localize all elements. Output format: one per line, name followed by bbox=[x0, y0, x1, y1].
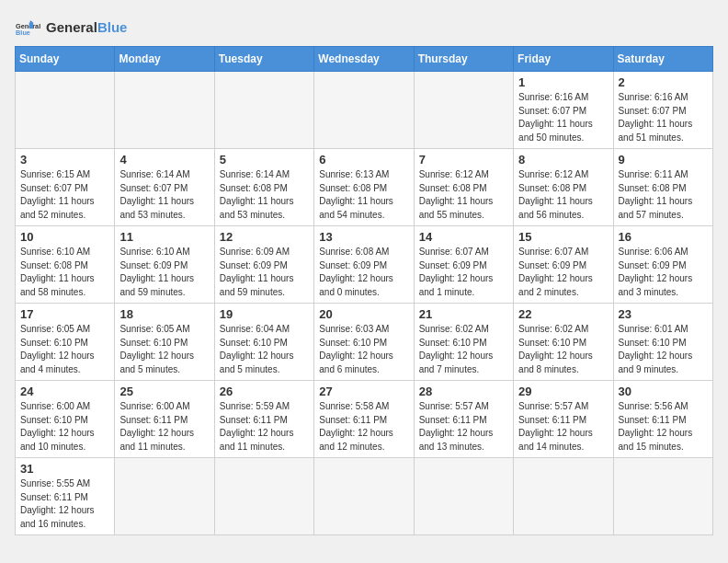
day-info: Sunrise: 6:00 AM Sunset: 6:11 PM Dayligh… bbox=[119, 400, 209, 454]
day-cell bbox=[115, 72, 214, 149]
day-number: 31 bbox=[20, 462, 109, 476]
day-cell bbox=[16, 72, 115, 149]
day-cell: 11Sunrise: 6:10 AM Sunset: 6:09 PM Dayli… bbox=[115, 226, 214, 304]
day-number: 28 bbox=[419, 385, 508, 398]
week-row-4: 24Sunrise: 6:00 AM Sunset: 6:10 PM Dayli… bbox=[16, 381, 713, 458]
header-cell-thursday: Thursday bbox=[414, 47, 513, 72]
day-cell bbox=[314, 72, 414, 149]
logo-text: GeneralBlue bbox=[46, 19, 127, 36]
day-number: 29 bbox=[518, 385, 608, 398]
day-info: Sunrise: 6:04 AM Sunset: 6:10 PM Dayligh… bbox=[220, 323, 309, 376]
week-row-0: 1Sunrise: 6:16 AM Sunset: 6:07 PM Daylig… bbox=[16, 72, 713, 149]
day-info: Sunrise: 6:08 AM Sunset: 6:09 PM Dayligh… bbox=[319, 246, 408, 299]
day-cell: 13Sunrise: 6:08 AM Sunset: 6:09 PM Dayli… bbox=[314, 226, 414, 304]
day-number: 11 bbox=[119, 230, 209, 244]
day-cell bbox=[214, 72, 313, 149]
day-cell: 31Sunrise: 5:55 AM Sunset: 6:11 PM Dayli… bbox=[16, 458, 115, 535]
day-cell: 3Sunrise: 6:15 AM Sunset: 6:07 PM Daylig… bbox=[16, 149, 115, 226]
day-cell: 9Sunrise: 6:11 AM Sunset: 6:08 PM Daylig… bbox=[613, 149, 712, 226]
day-info: Sunrise: 6:01 AM Sunset: 6:10 PM Dayligh… bbox=[619, 323, 708, 376]
day-number: 6 bbox=[319, 153, 408, 167]
day-cell: 27Sunrise: 5:58 AM Sunset: 6:11 PM Dayli… bbox=[314, 381, 414, 458]
calendar-header: SundayMondayTuesdayWednesdayThursdayFrid… bbox=[16, 47, 713, 72]
week-row-1: 3Sunrise: 6:15 AM Sunset: 6:07 PM Daylig… bbox=[16, 149, 713, 226]
day-info: Sunrise: 6:02 AM Sunset: 6:10 PM Dayligh… bbox=[518, 323, 608, 376]
day-number: 23 bbox=[619, 307, 708, 321]
day-number: 18 bbox=[119, 307, 209, 321]
day-cell bbox=[115, 458, 214, 535]
day-cell: 5Sunrise: 6:14 AM Sunset: 6:08 PM Daylig… bbox=[214, 149, 313, 226]
day-number: 16 bbox=[619, 230, 708, 244]
day-info: Sunrise: 6:09 AM Sunset: 6:09 PM Dayligh… bbox=[220, 246, 309, 299]
day-cell: 22Sunrise: 6:02 AM Sunset: 6:10 PM Dayli… bbox=[514, 304, 613, 381]
day-number: 20 bbox=[319, 307, 408, 321]
day-info: Sunrise: 6:03 AM Sunset: 6:10 PM Dayligh… bbox=[319, 323, 408, 376]
day-number: 3 bbox=[20, 153, 109, 167]
day-cell: 14Sunrise: 6:07 AM Sunset: 6:09 PM Dayli… bbox=[414, 226, 513, 304]
day-cell bbox=[314, 458, 414, 535]
day-number: 12 bbox=[220, 230, 309, 244]
day-cell bbox=[214, 458, 313, 535]
day-info: Sunrise: 6:13 AM Sunset: 6:08 PM Dayligh… bbox=[319, 168, 408, 222]
day-info: Sunrise: 6:16 AM Sunset: 6:07 PM Dayligh… bbox=[619, 91, 708, 144]
day-cell: 28Sunrise: 5:57 AM Sunset: 6:11 PM Dayli… bbox=[414, 381, 513, 458]
day-cell: 12Sunrise: 6:09 AM Sunset: 6:09 PM Dayli… bbox=[214, 226, 313, 304]
day-number: 26 bbox=[220, 385, 309, 398]
day-info: Sunrise: 6:16 AM Sunset: 6:07 PM Dayligh… bbox=[518, 91, 608, 144]
day-cell: 29Sunrise: 5:57 AM Sunset: 6:11 PM Dayli… bbox=[514, 381, 613, 458]
day-number: 8 bbox=[518, 153, 608, 167]
day-info: Sunrise: 5:55 AM Sunset: 6:11 PM Dayligh… bbox=[20, 477, 109, 531]
day-cell bbox=[613, 458, 712, 535]
day-info: Sunrise: 6:07 AM Sunset: 6:09 PM Dayligh… bbox=[518, 246, 608, 299]
day-number: 5 bbox=[220, 153, 309, 167]
day-cell bbox=[414, 72, 513, 149]
header-cell-sunday: Sunday bbox=[16, 47, 115, 72]
day-number: 17 bbox=[20, 307, 109, 321]
day-number: 21 bbox=[419, 307, 508, 321]
svg-text:Blue: Blue bbox=[16, 29, 30, 37]
day-cell: 15Sunrise: 6:07 AM Sunset: 6:09 PM Dayli… bbox=[514, 226, 613, 304]
header-row: SundayMondayTuesdayWednesdayThursdayFrid… bbox=[16, 47, 713, 72]
day-number: 25 bbox=[119, 385, 209, 398]
header-cell-tuesday: Tuesday bbox=[214, 47, 313, 72]
day-number: 15 bbox=[518, 230, 608, 244]
day-cell: 18Sunrise: 6:05 AM Sunset: 6:10 PM Dayli… bbox=[115, 304, 214, 381]
logo-icon: General Blue bbox=[15, 15, 40, 40]
header-cell-friday: Friday bbox=[514, 47, 613, 72]
week-row-5: 31Sunrise: 5:55 AM Sunset: 6:11 PM Dayli… bbox=[16, 458, 713, 535]
day-info: Sunrise: 6:12 AM Sunset: 6:08 PM Dayligh… bbox=[419, 168, 508, 222]
day-cell: 19Sunrise: 6:04 AM Sunset: 6:10 PM Dayli… bbox=[214, 304, 313, 381]
day-info: Sunrise: 6:15 AM Sunset: 6:07 PM Dayligh… bbox=[20, 168, 109, 222]
day-number: 24 bbox=[20, 385, 109, 398]
day-info: Sunrise: 6:02 AM Sunset: 6:10 PM Dayligh… bbox=[419, 323, 508, 376]
svg-marker-2 bbox=[29, 22, 33, 29]
day-info: Sunrise: 6:11 AM Sunset: 6:08 PM Dayligh… bbox=[619, 168, 708, 222]
day-info: Sunrise: 6:06 AM Sunset: 6:09 PM Dayligh… bbox=[619, 246, 708, 299]
logo: General Blue GeneralBlue bbox=[15, 15, 127, 40]
day-cell: 6Sunrise: 6:13 AM Sunset: 6:08 PM Daylig… bbox=[314, 149, 414, 226]
week-row-3: 17Sunrise: 6:05 AM Sunset: 6:10 PM Dayli… bbox=[16, 304, 713, 381]
day-cell: 24Sunrise: 6:00 AM Sunset: 6:10 PM Dayli… bbox=[16, 381, 115, 458]
day-cell: 8Sunrise: 6:12 AM Sunset: 6:08 PM Daylig… bbox=[514, 149, 613, 226]
day-number: 30 bbox=[619, 385, 708, 398]
day-info: Sunrise: 6:07 AM Sunset: 6:09 PM Dayligh… bbox=[419, 246, 508, 299]
day-cell: 17Sunrise: 6:05 AM Sunset: 6:10 PM Dayli… bbox=[16, 304, 115, 381]
day-cell: 23Sunrise: 6:01 AM Sunset: 6:10 PM Dayli… bbox=[613, 304, 712, 381]
day-number: 27 bbox=[319, 385, 408, 398]
header-cell-saturday: Saturday bbox=[613, 47, 712, 72]
day-info: Sunrise: 5:59 AM Sunset: 6:11 PM Dayligh… bbox=[220, 400, 309, 454]
day-info: Sunrise: 5:57 AM Sunset: 6:11 PM Dayligh… bbox=[419, 400, 508, 454]
day-info: Sunrise: 5:57 AM Sunset: 6:11 PM Dayligh… bbox=[518, 400, 608, 454]
day-number: 22 bbox=[518, 307, 608, 321]
day-number: 4 bbox=[119, 153, 209, 167]
day-info: Sunrise: 6:14 AM Sunset: 6:07 PM Dayligh… bbox=[119, 168, 209, 222]
day-cell: 7Sunrise: 6:12 AM Sunset: 6:08 PM Daylig… bbox=[414, 149, 513, 226]
day-cell: 1Sunrise: 6:16 AM Sunset: 6:07 PM Daylig… bbox=[514, 72, 613, 149]
day-info: Sunrise: 6:10 AM Sunset: 6:09 PM Dayligh… bbox=[119, 246, 209, 299]
header-cell-monday: Monday bbox=[115, 47, 214, 72]
day-info: Sunrise: 5:58 AM Sunset: 6:11 PM Dayligh… bbox=[319, 400, 408, 454]
calendar-body: 1Sunrise: 6:16 AM Sunset: 6:07 PM Daylig… bbox=[16, 72, 713, 535]
day-cell: 20Sunrise: 6:03 AM Sunset: 6:10 PM Dayli… bbox=[314, 304, 414, 381]
calendar: SundayMondayTuesdayWednesdayThursdayFrid… bbox=[15, 46, 713, 535]
day-cell: 21Sunrise: 6:02 AM Sunset: 6:10 PM Dayli… bbox=[414, 304, 513, 381]
